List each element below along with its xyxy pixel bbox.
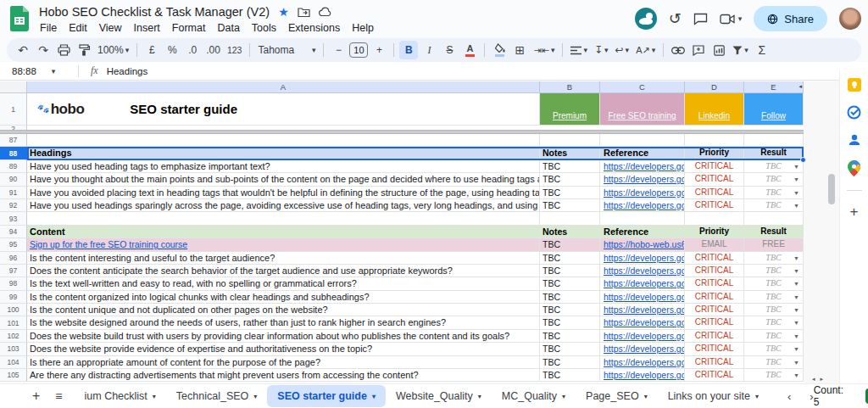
cell-link[interactable]: https://developers.google.	[604, 174, 685, 184]
cell-c102[interactable]: https://developers.google.	[600, 330, 685, 343]
meet-video-icon[interactable]: ▾	[720, 14, 743, 25]
tab-menu-icon[interactable]: ▾	[478, 393, 481, 400]
row-header-96[interactable]: 96	[0, 252, 27, 265]
cell-b105[interactable]: TBC	[540, 369, 600, 382]
cell-e104[interactable]: TBC▼	[744, 356, 804, 369]
insert-link-icon[interactable]	[669, 41, 687, 59]
formula-input[interactable]: Headings	[107, 66, 148, 76]
name-box[interactable]: 88:88 ▾	[0, 66, 73, 76]
cell-c94[interactable]: Reference	[600, 226, 685, 238]
tab-website-quality[interactable]: Website_Quality▾	[386, 385, 492, 407]
strikethrough-button[interactable]: S	[440, 41, 459, 59]
font-size-input[interactable]: 10	[349, 42, 368, 58]
cell-b101[interactable]: TBC	[540, 316, 600, 329]
badge-cell-linkedin[interactable]: Linkedin	[685, 93, 744, 126]
menu-view[interactable]: View	[93, 20, 128, 36]
increase-decimal-button[interactable]: .00	[203, 41, 223, 59]
decrease-font-size-button[interactable]: −	[329, 41, 348, 59]
tab-menu-icon[interactable]: ▾	[372, 393, 376, 400]
filter-button[interactable]: ▾	[730, 41, 751, 59]
cell-d96[interactable]: CRITICAL	[685, 252, 744, 265]
row-header-2[interactable]: 2	[0, 126, 27, 130]
borders-icon[interactable]: ⊞	[510, 41, 529, 59]
cell-link[interactable]: https://developers.google.	[604, 317, 685, 327]
row-header-89[interactable]: 89	[0, 160, 27, 173]
cell-c90[interactable]: https://developers.google.	[600, 173, 685, 186]
cell-a102[interactable]: Does the website build trust with users …	[27, 330, 540, 343]
prev-sheets-icon[interactable]: ‹	[787, 390, 791, 403]
comment-history-icon[interactable]	[693, 13, 708, 25]
cell-b100[interactable]: TBC	[540, 304, 600, 316]
cell-link[interactable]: https://developers.google.	[604, 344, 685, 354]
result-dropdown-icon[interactable]: ▼	[793, 344, 799, 355]
user-avatar[interactable]	[839, 8, 861, 30]
result-dropdown-icon[interactable]: ▼	[793, 317, 799, 329]
tab-menu-icon[interactable]: ▾	[755, 393, 759, 400]
paint-format-icon[interactable]	[75, 41, 93, 59]
cell-b103[interactable]: TBC	[540, 343, 600, 355]
star-icon[interactable]: ★	[278, 6, 289, 18]
cell-a101[interactable]: Is the website designed around the needs…	[27, 316, 540, 329]
selection-count[interactable]: Count: 5	[814, 384, 843, 408]
tab-seo-starter-guide[interactable]: SEO starter guide▾	[267, 385, 386, 407]
cell-link[interactable]: https://developers.google.	[604, 305, 685, 315]
cell-c96[interactable]: https://developers.google.	[600, 252, 685, 265]
badge-link[interactable]: Free SEO training	[608, 111, 676, 120]
cell-d104[interactable]: CRITICAL	[685, 356, 744, 369]
badge-cell-premium[interactable]: Premium	[540, 93, 600, 126]
redo-icon[interactable]: ↷	[34, 41, 53, 59]
row-header-87[interactable]: 87	[0, 134, 27, 147]
cell-a94[interactable]: Content	[27, 226, 540, 238]
cell-e97[interactable]: TBC▼	[744, 265, 804, 277]
cell-d93[interactable]	[685, 212, 744, 225]
row-header-90[interactable]: 90	[0, 173, 27, 186]
cell-b93[interactable]	[540, 212, 600, 225]
cell-c99[interactable]: https://developers.google.	[600, 291, 685, 304]
cell-e92[interactable]: TBC▼	[744, 199, 804, 212]
cell-d94[interactable]: Priority	[685, 226, 744, 238]
cell-c92[interactable]: https://developers.google.	[600, 199, 685, 212]
cell-b88[interactable]: Notes	[540, 147, 600, 159]
horizontal-align-button[interactable]: ▾	[568, 41, 590, 59]
sheets-logo-icon[interactable]	[10, 6, 29, 31]
row-header-1[interactable]: 1	[0, 93, 27, 126]
decrease-decimal-button[interactable]: .0	[183, 41, 202, 59]
cell-link[interactable]: https://developers.google.	[604, 265, 685, 276]
fill-handle[interactable]	[800, 157, 806, 163]
currency-format-button[interactable]: £	[142, 41, 161, 59]
cell-a105[interactable]: Are there any distracting advertisements…	[27, 369, 540, 382]
cell-b87[interactable]	[540, 134, 600, 147]
cell-b104[interactable]: TBC	[540, 356, 600, 369]
cell-link[interactable]: https://developers.google.	[604, 187, 685, 198]
menu-format[interactable]: Format	[166, 20, 212, 36]
result-dropdown-icon[interactable]: ▼	[793, 187, 799, 199]
result-dropdown-icon[interactable]: ▼	[793, 292, 799, 304]
cell-c101[interactable]: https://developers.google.	[600, 316, 685, 329]
cell-a88[interactable]: Headings	[27, 147, 540, 159]
cell-b94[interactable]: Notes	[540, 226, 600, 238]
tab-technical-seo[interactable]: Technical_SEO▾	[166, 385, 267, 407]
cell-c103[interactable]: https://developers.google.	[600, 343, 685, 355]
cell-e103[interactable]: TBC▼	[744, 343, 804, 355]
result-dropdown-icon[interactable]: ▼	[793, 305, 799, 316]
cell-link[interactable]: https://hobo-web.us6.list-	[604, 239, 685, 249]
cell-b89[interactable]: TBC	[540, 160, 600, 173]
row-header-101[interactable]: 101	[0, 316, 27, 329]
keep-icon[interactable]	[848, 78, 861, 92]
cell-d88[interactable]: Priority	[685, 147, 744, 159]
cell-e87[interactable]	[744, 134, 804, 147]
cell-c88[interactable]: Reference	[600, 147, 685, 159]
cell-b91[interactable]: TBC	[540, 187, 600, 199]
row-header-95[interactable]: 95	[0, 238, 27, 251]
menu-insert[interactable]: Insert	[128, 20, 166, 36]
select-all-corner[interactable]	[0, 81, 27, 93]
cell-a90[interactable]: Have you thought about the main points a…	[27, 173, 540, 186]
get-addons-icon[interactable]: +	[850, 204, 859, 219]
menu-file[interactable]: File	[34, 20, 63, 36]
cell-c104[interactable]: https://developers.google.	[600, 356, 685, 369]
cell-link[interactable]: https://developers.google.	[604, 200, 685, 210]
cell-b92[interactable]: TBC	[540, 199, 600, 212]
cell-a99[interactable]: Is the content organized into logical ch…	[27, 291, 540, 304]
text-rotation-button[interactable]: A↗▾	[633, 41, 658, 59]
column-header-e[interactable]: E◂	[744, 81, 804, 93]
